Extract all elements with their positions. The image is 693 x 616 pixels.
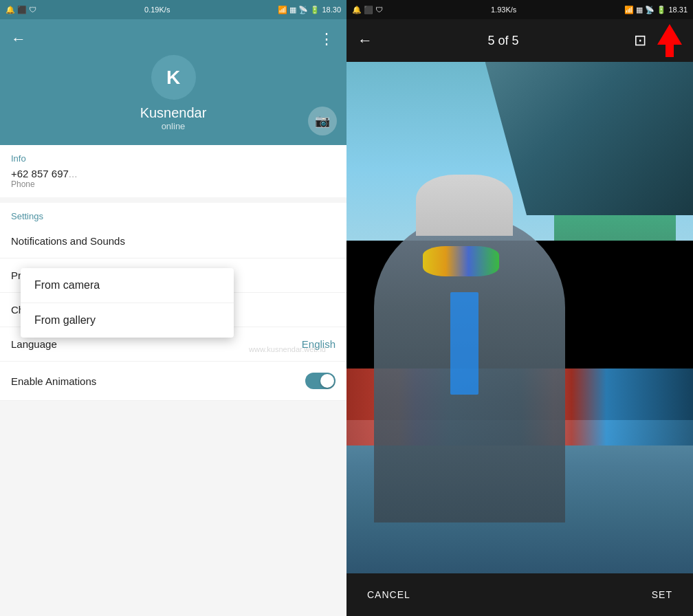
animations-item[interactable]: Enable Animations [0,362,346,401]
notification-icon-r: 🔔 [352,6,362,14]
info-section: Info +62 857 697... Phone [0,145,346,197]
camera-icon: 📷 [315,113,330,129]
red-arrow-triangle [657,24,682,45]
profile-status: online [162,121,186,131]
speed-right: 1.93K/s [491,6,516,14]
watermark: www.kusnendar.web.id [249,345,326,353]
status-bar-left: 🔔 ⬛ 🛡 0.19K/s 📶 ▦ 📡 🔋 18.30 [0,0,346,19]
more-button-left[interactable]: ⋮ [319,30,336,48]
notifications-label: Notifications and Sounds [11,235,125,247]
photo-bottom-bar: CANCEL SET [346,573,693,616]
photo-scene [346,62,693,573]
profile-name: Kusnendar [140,105,207,121]
red-arrow-indicator [657,24,682,57]
notifications-item[interactable]: Notifications and Sounds [0,224,346,258]
phone-number: +62 857 697... [11,168,336,179]
set-button[interactable]: SET [652,589,672,600]
settings-label: Settings [0,203,346,224]
signal-icon: 📡 [298,6,308,14]
profile-header: ← ⋮ K Kusnendar online 📷 [0,19,346,145]
sim-icon-r: 📶 [624,6,634,14]
content-area: Info +62 857 697... Phone Settings Notif… [0,145,346,616]
language-label: Language [11,338,57,350]
avatar: K [151,55,196,100]
time-right: 18.31 [668,6,688,14]
shield-icon-r: 🛡 [375,6,383,14]
phone-label: Phone [11,179,336,189]
from-gallery-item[interactable]: From gallery [21,303,234,338]
notification-icon: 🔔 [6,6,15,14]
speed-left: 0.19K/s [144,6,170,14]
back-button-left[interactable]: ← [11,30,26,48]
bb-icon: ⬛ [17,6,27,14]
sunglasses [423,246,499,277]
crop-icon[interactable]: ⊡ [634,32,646,50]
battery-icon-r: 🔋 [657,6,666,14]
cancel-button[interactable]: CANCEL [367,589,410,600]
wifi-icon-r: ▦ [636,6,643,14]
status-icons-left: 🔔 ⬛ 🛡 [6,6,36,14]
right-panel: 🔔 ⬛ 🛡 1.93K/s 📶 ▦ 📡 🔋 18.31 ← 5 of 5 ⊡ [346,0,693,616]
hat [416,175,513,236]
dropdown-popup: From camera From gallery [21,268,234,338]
status-icons-right-r: 📶 ▦ 📡 🔋 18.31 [624,6,688,14]
photo-header: ← 5 of 5 ⊡ [346,19,693,62]
left-panel: 🔔 ⬛ 🛡 0.19K/s 📶 ▦ 📡 🔋 18.30 ← ⋮ K Kusnen… [0,0,346,616]
photo-container[interactable] [346,62,693,573]
wifi-icon: ▦ [289,6,296,14]
time-left: 18.30 [322,6,341,14]
profile-center: K Kusnendar online [140,55,207,131]
photo-header-icons: ⊡ [634,24,682,57]
status-bar-right: 🔔 ⬛ 🛡 1.93K/s 📶 ▦ 📡 🔋 18.31 [346,0,693,19]
header-top: ← ⋮ [11,30,336,48]
bb-icon-r: ⬛ [364,6,373,14]
red-arrow-stem [666,45,674,57]
battery-icon: 🔋 [310,6,320,14]
signal-icon-r: 📡 [645,6,654,14]
status-icons-right-panel: 🔔 ⬛ 🛡 [352,6,383,14]
from-camera-item[interactable]: From camera [21,268,234,303]
backpack-strap [450,292,478,395]
animations-label: Enable Animations [11,375,96,387]
shield-icon: 🛡 [29,6,36,14]
info-label: Info [11,153,336,164]
camera-button[interactable]: 📷 [308,107,337,135]
sim-icon: 📶 [278,6,287,14]
status-icons-right-left: 📶 ▦ 📡 🔋 18.30 [278,6,341,14]
back-button-right[interactable]: ← [358,32,373,50]
animations-toggle[interactable] [305,373,336,389]
photo-counter: 5 of 5 [487,34,518,48]
